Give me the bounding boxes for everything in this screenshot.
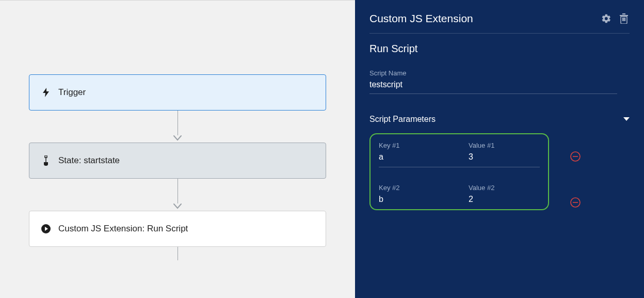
play-circle-icon xyxy=(41,224,51,234)
lightning-icon xyxy=(41,87,51,98)
divider xyxy=(379,167,540,167)
remove-parameter-button[interactable] xyxy=(570,151,581,162)
parameter-row: Key #2 Value #2 xyxy=(379,184,540,204)
param-key-input[interactable] xyxy=(379,152,450,162)
state-node[interactable]: State: startstate xyxy=(29,143,326,179)
remove-parameter-button[interactable] xyxy=(570,197,581,208)
parameters-highlight-box: Key #1 Value #1 xyxy=(369,133,549,181)
delete-button[interactable] xyxy=(618,13,630,24)
minus-circle-icon xyxy=(570,197,581,208)
connector xyxy=(29,179,326,211)
gear-icon xyxy=(601,13,611,24)
settings-button[interactable] xyxy=(601,13,612,24)
param-key-label: Key #2 xyxy=(379,184,450,192)
param-value-input[interactable] xyxy=(469,152,540,162)
param-key-label: Key #1 xyxy=(379,142,450,149)
script-parameters-label: Script Parameters xyxy=(369,115,436,124)
trigger-node[interactable]: Trigger xyxy=(29,74,326,111)
parameters-highlight-box: Key #2 Value #2 xyxy=(369,181,549,210)
properties-panel: Custom JS Extension Run Script Script Na… xyxy=(355,0,644,298)
param-value-input[interactable] xyxy=(469,195,540,204)
minus-circle-icon xyxy=(570,151,581,162)
arrow-down-icon xyxy=(173,135,182,143)
flow-canvas[interactable]: Trigger State: startstate Custom JS Ex xyxy=(0,0,355,298)
param-value-label: Value #2 xyxy=(469,184,540,192)
action-label: Custom JS Extension: Run Script xyxy=(58,224,188,234)
panel-title: Custom JS Extension xyxy=(369,12,594,25)
script-name-label: Script Name xyxy=(369,69,630,77)
connector xyxy=(29,111,326,143)
connector xyxy=(29,247,326,260)
arrow-down-icon xyxy=(173,203,182,211)
param-key-input[interactable] xyxy=(379,195,450,204)
panel-subtitle: Run Script xyxy=(369,34,630,69)
param-value-label: Value #1 xyxy=(469,142,540,149)
trash-icon xyxy=(619,13,629,24)
shovel-icon xyxy=(41,155,51,166)
action-node[interactable]: Custom JS Extension: Run Script xyxy=(29,211,326,247)
parameter-row: Key #1 Value #1 xyxy=(379,142,540,162)
svg-rect-0 xyxy=(45,155,47,158)
trigger-label: Trigger xyxy=(58,87,86,98)
caret-down-icon xyxy=(623,117,630,121)
script-name-input[interactable] xyxy=(369,77,617,94)
script-parameters-toggle[interactable]: Script Parameters xyxy=(369,115,630,124)
state-label: State: startstate xyxy=(58,155,120,166)
